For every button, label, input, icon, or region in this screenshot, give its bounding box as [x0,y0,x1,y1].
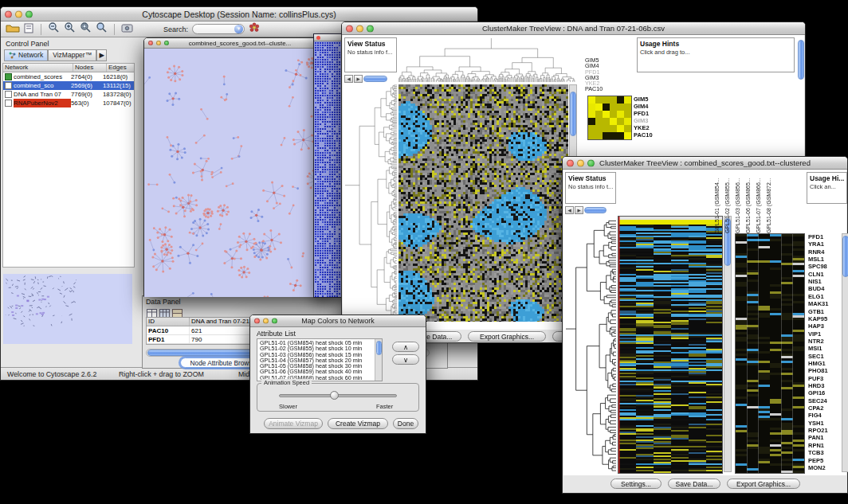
close-icon[interactable] [254,318,260,324]
zoom-icon[interactable] [367,25,374,32]
save-icon[interactable] [24,22,34,37]
window-controls [148,41,169,45]
network-list-item[interactable]: combined_sco2569(6)13112(15) [3,81,134,90]
treeview2-titlebar[interactable]: ClusterMaker TreeView : combined_scores_… [563,157,847,170]
gene-list-vscrollbar-thumb[interactable] [842,236,848,277]
heatmap-canvas[interactable] [398,84,568,322]
gene-label: CPA2 [808,404,823,412]
data-panel-title: Data Panel [146,298,181,306]
usage-hints-title: Usage Hi... [807,173,846,182]
column-label: GPL51-03 (GSM856... [735,171,744,233]
close-icon[interactable] [567,159,574,166]
close-icon[interactable] [148,41,153,45]
heatmap-vscrollbar-thumb[interactable] [570,92,576,136]
nav-left-icon[interactable]: ◀ [565,206,574,214]
close-icon[interactable] [5,10,12,18]
attribute-list-vscrollbar[interactable] [375,339,382,381]
treeview1-nav: ◀ ▶ [344,75,387,83]
minimize-icon[interactable] [156,41,161,45]
gene-label: BUD4 [808,285,824,292]
gene-label: PAN1 [808,434,823,441]
search-label: Search: [163,25,188,33]
treeview1-titlebar[interactable]: ClusterMaker TreeView : DNA and Tran 07-… [342,22,805,35]
zoom-icon[interactable] [587,159,595,166]
move-down-button[interactable]: ∨ [392,354,419,365]
column-header-edges[interactable]: Edges [107,64,134,72]
column-label: GPL51-06 (GSM865... [745,171,755,233]
nav-left-icon[interactable]: ◀ [344,75,353,83]
move-up-button[interactable]: ∧ [392,342,419,352]
attribute-list-vscrollbar-thumb[interactable] [376,341,382,355]
gene-label: TCB3 [808,449,824,456]
row-dendrogram[interactable] [565,219,616,472]
heatmap-vscrollbar[interactable] [724,216,732,472]
toolbar-separator [114,24,115,35]
zoom-fit-icon[interactable] [80,21,92,37]
gene-label: MON2 [808,464,826,471]
network-doc-icon [5,100,12,107]
zoom-icon[interactable] [272,318,277,324]
tv2-save-data-button[interactable]: Save Data... [668,479,720,489]
gene-label: ELG1 [808,293,824,300]
animation-speed-label: Animation Speed [261,379,312,386]
column-header-network[interactable]: Network [3,64,73,72]
matrix-column-labels: GIM5GIM4PFD1GIM3YKE2PAC10 [585,57,603,92]
cytoscape-titlebar[interactable]: Cytoscape Desktop (Session Name: collins… [1,7,477,21]
gene-label: HRD3 [808,382,824,389]
toolbar-separator [41,24,41,35]
network-list-item[interactable]: combined_scores2764(0)16218(0) [3,72,134,81]
network-nodes: 2569(6) [71,81,103,90]
annotation-flower-icon[interactable] [249,22,260,37]
column-header-id[interactable]: ID [147,318,190,326]
correlation-matrix[interactable] [587,96,632,140]
minimize-icon[interactable] [263,318,269,324]
gene-label: GTB1 [808,308,824,315]
minimize-icon[interactable] [577,159,584,166]
folder-open-icon[interactable] [6,22,20,37]
gene-list-vscrollbar[interactable] [842,233,848,472]
zoom-icon[interactable] [26,10,33,18]
animate-vizmap-button[interactable]: Animate Vizmap [264,418,323,429]
window-title: Cytoscape Desktop (Session Name: collins… [142,10,336,19]
row-dendrogram[interactable] [344,84,397,322]
view-status-title: View Status [345,38,396,48]
tv2-export-graphics-button[interactable]: Export Graphics... [727,479,800,489]
network-overview-thumbnail[interactable] [3,274,132,344]
usage-hints-panel: Usage Hi... Click an... [807,172,847,204]
zoom-selected-icon[interactable] [96,21,108,37]
network-list-item[interactable]: RNAPuberNov2563(0)107847(0) [3,99,134,107]
tab-vizmapper[interactable]: VizMapper™ [48,49,96,61]
column-header-nodes[interactable]: Nodes [73,64,107,72]
done-button[interactable]: Done [393,418,418,429]
heatmap-canvas[interactable] [618,216,723,474]
map-dialog-titlebar[interactable]: Map Colors to Network [250,315,426,327]
tv2-settings-button[interactable]: Settings... [610,479,662,489]
animation-speed-slider-thumb[interactable] [330,391,339,400]
network-graph-canvas[interactable] [144,49,336,297]
network-list-item[interactable]: DNA and Tran 077769(0)183728(0) [3,90,134,99]
nav-right-icon[interactable]: ▶ [575,206,583,214]
close-icon[interactable] [346,25,353,32]
cell-id: PFD1 [147,335,190,343]
snapshot-icon[interactable] [121,22,133,37]
tab-network[interactable]: Network [4,49,48,61]
right-panel-vscrollbar-thumb[interactable] [798,40,804,80]
search-input[interactable]: ▼ [192,24,245,34]
column-dendrogram[interactable] [398,37,575,82]
network-view-titlebar[interactable]: combined_scores_good.txt--cluste... [144,38,336,49]
view-status-panel: View Status No status info t... [565,172,616,204]
nav-scrollbar-thumb[interactable] [363,76,387,82]
matrix-row-label: PFD1 [634,110,653,117]
zoom-in-icon[interactable] [64,21,76,37]
tv1-export-graphics-button[interactable]: Export Graphics... [468,331,546,342]
nav-right-icon[interactable]: ▶ [354,75,363,83]
nav-scrollbar-thumb[interactable] [584,207,607,213]
overview-heatmap[interactable] [735,233,805,474]
minimize-icon[interactable] [356,25,363,32]
create-vizmap-button[interactable]: Create Vizmap [328,418,388,429]
close-icon[interactable] [316,36,320,40]
minimize-icon[interactable] [15,10,22,18]
tab-overflow-button[interactable]: ▶ [96,49,107,61]
zoom-out-icon[interactable] [48,21,60,37]
zoom-icon[interactable] [164,41,169,45]
